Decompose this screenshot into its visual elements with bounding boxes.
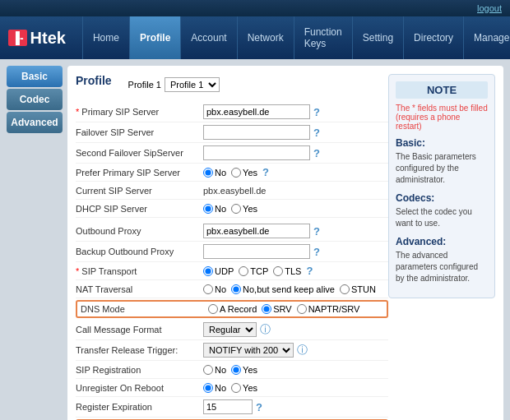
logo-icon: ▐- [8,30,27,46]
note-codecs-title: Codecs: [396,192,488,204]
transport-udp-option[interactable]: UDP [203,266,234,276]
primary-sip-server-value: ? [203,104,388,119]
profile-select[interactable]: Profile 1 Profile 2 Profile 3 [165,77,220,92]
call-msg-format-label: Call Message Format [76,325,203,335]
dns-mode-value: A Record SRV NAPTR/SRV [208,304,383,314]
backup-outbound-proxy-row: Backup Outbound Proxy ? [76,242,388,262]
logo-text: Htek [30,29,66,48]
outbound-proxy-help-icon[interactable]: ? [313,225,320,238]
note-basic-text: The Basic parameters configured by the a… [396,151,488,186]
register-expiration-row: Register Expiration ? [76,397,388,418]
dhcp-yes-option[interactable]: Yes [231,204,257,214]
prefer-primary-sip-label: Prefer Primary SIP Server [76,168,203,178]
current-sip-server-label: Current SIP Server [76,186,203,196]
nat-stun-option[interactable]: STUN [340,284,376,294]
failover-sip-server-label: Failover SIP Server [76,127,203,137]
sip-reg-yes-option[interactable]: Yes [231,365,257,375]
prefer-primary-no-option[interactable]: No [203,168,226,178]
backup-outbound-proxy-label: Backup Outbound Proxy [76,247,203,256]
register-expiration-help-icon[interactable]: ? [256,401,262,413]
second-failover-sip-row: Second Failover SipServer ? [76,143,388,164]
transfer-release-select[interactable]: NOTIFY with 2000K [203,343,294,358]
failover-sip-server-input[interactable] [203,125,310,140]
dns-srv-option[interactable]: SRV [262,304,291,314]
logo: ▐- Htek [8,29,66,48]
register-expiration-value: ? [203,399,388,414]
transport-tls-option[interactable]: TLS [273,266,301,276]
call-msg-format-select[interactable]: Regular [203,322,257,337]
nat-nobut-option[interactable]: No,but send keep alive [231,284,335,294]
sidebar-item-basic[interactable]: Basic [7,66,63,87]
nav-home[interactable]: Home [82,16,130,59]
nat-no-option[interactable]: No [203,284,226,294]
nav-account[interactable]: Account [181,16,237,59]
nav-profile[interactable]: Profile [130,16,181,59]
dns-arecord-option[interactable]: A Record [208,304,257,314]
sip-registration-label: SIP Registration [76,365,203,375]
dns-naptr-option[interactable]: NAPTR/SRV [297,304,360,314]
failover-sip-server-value: ? [203,125,388,140]
nav-function-keys[interactable]: Function Keys [294,16,353,59]
transport-tcp-option[interactable]: TCP [239,266,268,276]
second-failover-sip-label: Second Failover SipServer [76,148,203,158]
transfer-info-icon[interactable]: ⓘ [297,343,308,358]
second-failover-help-icon[interactable]: ? [313,147,320,159]
sidebar-item-advanced[interactable]: Advanced [7,112,63,133]
nav-network[interactable]: Network [238,16,294,59]
unreg-yes-option[interactable]: Yes [231,383,257,393]
note-advanced-title: Advanced: [396,236,488,247]
profile-label: Profile 1 [128,80,161,90]
header: ▐- Htek Home Profile Account Network Fun… [0,16,510,59]
prefer-primary-yes-option[interactable]: Yes [231,168,257,178]
backup-outbound-proxy-value: ? [203,244,388,259]
sip-reg-no-option[interactable]: No [203,365,226,375]
note-required-text: The * fields must be filled (requires a … [396,104,488,131]
second-failover-sip-value: ? [203,145,388,160]
unreg-no-option[interactable]: No [203,383,226,393]
failover-sip-server-row: Failover SIP Server ? [76,122,388,143]
unregister-reboot-row: Unregister On Reboot No Yes [76,379,388,397]
sip-transport-value: UDP TCP TLS ? [203,265,388,277]
transfer-release-value: NOTIFY with 2000K ⓘ [203,343,388,358]
note-panel: NOTE The * fields must be filled (requir… [388,74,495,298]
backup-outbound-proxy-input[interactable] [203,244,310,259]
current-sip-server-row: Current SIP Server pbx.easybell.de [76,182,388,200]
call-msg-format-row: Call Message Format Regular ⓘ [76,320,388,340]
register-expiration-input[interactable] [203,399,253,414]
backup-outbound-help-icon[interactable]: ? [313,246,320,258]
dhcp-no-option[interactable]: No [203,204,226,214]
sidebar-item-codec[interactable]: Codec [7,89,63,110]
sip-transport-help-icon[interactable]: ? [306,265,313,277]
register-expiration-label: Register Expiration [76,402,203,412]
call-msg-format-value: Regular ⓘ [203,322,388,337]
primary-sip-help-icon[interactable]: ? [313,106,320,118]
current-sip-server-value: pbx.easybell.de [203,186,388,196]
unregister-reboot-value: No Yes [203,383,388,393]
outbound-proxy-input[interactable] [203,224,310,238]
nav-directory[interactable]: Directory [404,16,464,59]
nat-traversal-value: No No,but send keep alive STUN [203,284,388,294]
outbound-proxy-row: Outbound Proxy ? [76,221,388,242]
content-area: Profile Profile 1 Profile 1 Profile 2 Pr… [67,66,503,420]
second-failover-sip-input[interactable] [203,145,310,160]
failover-sip-help-icon[interactable]: ? [313,127,320,139]
prefer-primary-sip-row: Prefer Primary SIP Server No Yes ? [76,164,388,182]
outbound-proxy-label: Outbound Proxy [76,226,203,236]
logout-link[interactable]: logout [477,3,502,13]
call-msg-info-icon[interactable]: ⓘ [260,322,271,337]
top-bar: logout [0,0,510,16]
outbound-proxy-value: ? [203,224,388,238]
prefer-primary-help-icon[interactable]: ? [262,166,269,178]
nav-setting[interactable]: Setting [353,16,404,59]
nat-traversal-row: NAT Traversal No No,but send keep alive … [76,280,388,298]
primary-sip-server-row: Primary SIP Server ? [76,102,388,122]
transfer-release-row: Transfer Release Trigger: NOTIFY with 20… [76,340,388,361]
nav-management[interactable]: Management [464,16,510,59]
primary-sip-server-input[interactable] [203,104,310,119]
sip-registration-value: No Yes [203,365,388,375]
prefer-primary-sip-value: No Yes ? [203,166,388,178]
unregister-reboot-label: Unregister On Reboot [76,383,203,393]
sip-registration-row: SIP Registration No Yes [76,361,388,379]
nat-traversal-label: NAT Traversal [76,284,203,294]
note-title: NOTE [396,81,488,99]
